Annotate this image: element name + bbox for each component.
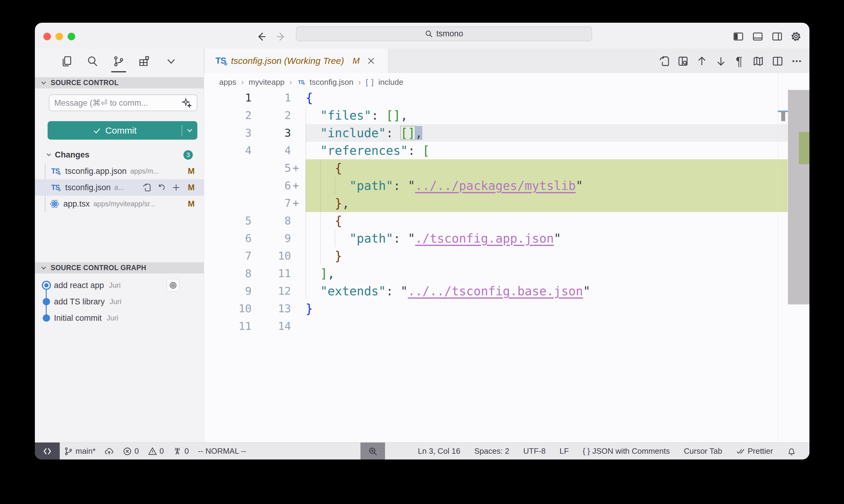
search-view-icon[interactable] (87, 55, 99, 67)
indent-guide (306, 107, 306, 300)
tab-close-icon[interactable] (366, 56, 376, 66)
status-main-[interactable]: main* (64, 447, 96, 456)
status-prettier[interactable]: Prettier (736, 447, 773, 456)
code-line-2[interactable]: 22 "files": [], (204, 107, 809, 124)
tab-title: tsconfig.json (Working Tree) (231, 56, 344, 66)
commit-dot (42, 281, 51, 290)
extensions-view-icon[interactable] (138, 55, 150, 67)
code-line-11[interactable]: 811 ], (204, 265, 809, 282)
zoom-icon (368, 447, 378, 456)
map-icon[interactable] (753, 55, 764, 67)
file-row-tsconfig.json[interactable]: TStsconfig.jsona...M (35, 179, 204, 196)
search-icon (425, 30, 433, 38)
commit-dropdown-chevron[interactable] (182, 126, 197, 135)
vscode-window: SOURCE CONTROL Message (⌘⏎ to comm... Co… (35, 23, 809, 460)
code-line-3[interactable]: 33 "include": [], (204, 124, 809, 142)
commit-row[interactable]: add react appJuri (35, 277, 204, 293)
nav-forward-icon[interactable] (276, 31, 287, 42)
status-ln-3-col-16[interactable]: Ln 3, Col 16 (418, 447, 460, 456)
commit-dot (43, 314, 50, 322)
active-view-underline (111, 71, 126, 72)
modified-badge: M (188, 183, 195, 192)
scrollbar-thumb[interactable] (788, 90, 809, 304)
traffic-zoom[interactable] (68, 33, 75, 40)
check-icon (92, 126, 102, 135)
nav-back-icon[interactable] (256, 31, 267, 42)
file-row-tsconfig.app.json[interactable]: TStsconfig.app.jsonapps/m...M (35, 163, 204, 179)
minimap[interactable] (778, 49, 809, 442)
status-cursor-tab[interactable]: Cursor Tab (684, 447, 722, 456)
remote-indicator[interactable] (35, 443, 60, 460)
changes-file-list: TStsconfig.app.jsonapps/m...MTStsconfig.… (35, 163, 204, 212)
status-bar: main*000-- NORMAL -- Ln 3, Col 16Spaces:… (35, 442, 809, 460)
status-0[interactable]: 0 (123, 447, 139, 456)
next-change-icon[interactable] (715, 55, 727, 67)
toggle-panel-icon[interactable] (752, 31, 763, 42)
modified-badge: M (188, 167, 195, 176)
indent-guide (335, 177, 335, 195)
code-line-7[interactable]: 7+ }, (204, 195, 809, 212)
code-line-1[interactable]: 11{ (204, 89, 809, 107)
source-control-header[interactable]: SOURCE CONTROL (35, 77, 204, 88)
explorer-icon[interactable] (61, 55, 73, 67)
status-spaces-2[interactable]: Spaces: 2 (474, 447, 509, 456)
typescript-file-icon: TS (214, 55, 227, 66)
commit-message-input[interactable]: Message (⌘⏎ to comm... (49, 94, 197, 111)
command-center-search[interactable]: tsmono (296, 26, 592, 41)
status-0[interactable]: 0 (173, 447, 189, 456)
status-lf[interactable]: LF (559, 447, 569, 456)
open-file-icon[interactable] (659, 55, 670, 67)
code-line-12[interactable]: 912 "extends": "../../tsconfig.base.json… (204, 282, 809, 300)
status-utf-8[interactable]: UTF-8 (523, 447, 546, 456)
more-actions-icon[interactable] (791, 55, 803, 67)
commit-message-placeholder: Message (⌘⏎ to comm... (54, 98, 148, 108)
indent-guide (320, 159, 321, 265)
tab-bar: TS tsconfig.json (Working Tree) M ¶ (204, 49, 809, 73)
tab-modified-badge: M (352, 56, 360, 66)
editor-area: apps›myviteapp›TStsconfig.json›[ ]includ… (204, 49, 809, 442)
status-json-with-comments[interactable]: { }JSON with Comments (583, 447, 670, 456)
status-bell[interactable] (787, 447, 796, 456)
traffic-minimize[interactable] (55, 33, 63, 40)
changes-section-header[interactable]: Changes 3 (35, 147, 204, 162)
code-line-5[interactable]: 5+ { (204, 159, 809, 177)
code-line-14[interactable]: 1114 (204, 318, 809, 335)
remote-icon (42, 446, 52, 456)
diff-review-icon[interactable] (677, 55, 689, 67)
code-line-9[interactable]: 69 "path": "./tsconfig.app.json" (204, 230, 809, 247)
sparkle-icon[interactable] (182, 98, 192, 108)
tab-tsconfig-working-tree[interactable]: TS tsconfig.json (Working Tree) M (205, 49, 389, 73)
overview-added-marker (799, 132, 809, 164)
previous-change-icon[interactable] (696, 55, 708, 67)
code-line-4[interactable]: 44 "references": [ (204, 142, 809, 159)
source-control-graph-header[interactable]: SOURCE CONTROL GRAPH (35, 262, 204, 273)
zoom-indicator[interactable] (360, 443, 385, 460)
indent-guide (335, 230, 335, 247)
commit-row[interactable]: Initial commitJuri (35, 310, 204, 326)
whitespace-icon[interactable]: ¶ (733, 55, 745, 67)
commit-dot (43, 298, 50, 305)
status-0[interactable]: 0 (148, 447, 164, 456)
status--normal-[interactable]: -- NORMAL -- (198, 447, 246, 456)
code-line-10[interactable]: 710 } (204, 247, 809, 265)
minimap-text-block (781, 112, 785, 121)
code-diff-view[interactable]: 11{22 "files": [],33 "include": [],44 "r… (204, 49, 809, 442)
toggle-secondary-sidebar-icon[interactable] (772, 31, 783, 42)
views-more-chevron-icon[interactable] (165, 55, 177, 67)
settings-gear-icon[interactable] (790, 31, 802, 42)
commit-graph-list: add react appJuriadd TS libraryJuriIniti… (35, 277, 204, 326)
code-line-13[interactable]: 1013} (204, 300, 809, 318)
status-cloud-up[interactable] (105, 447, 114, 456)
toggle-sidebar-icon[interactable] (733, 31, 744, 42)
split-editor-icon[interactable] (772, 55, 783, 67)
file-row-app.tsx[interactable]: app.tsxapps/myviteapp/sr...M (35, 196, 204, 212)
code-line-8[interactable]: 58 { (204, 212, 809, 230)
commit-button[interactable]: Commit (48, 121, 197, 140)
goto-head-button[interactable] (167, 279, 179, 292)
traffic-close[interactable] (44, 33, 51, 40)
search-value: tsmono (436, 29, 463, 38)
file-actions[interactable] (142, 183, 181, 192)
commit-row[interactable]: add TS libraryJuri (35, 293, 204, 310)
code-line-6[interactable]: 6+ "path": "../../packages/mytslib" (204, 177, 809, 195)
source-control-view-icon[interactable] (113, 55, 125, 67)
